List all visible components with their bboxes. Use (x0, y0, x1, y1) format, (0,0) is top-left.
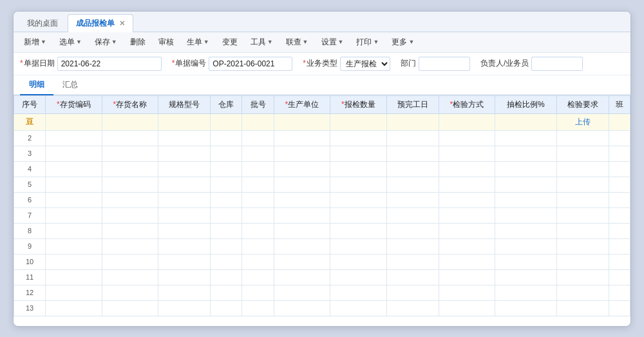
table-row: 11 (14, 269, 630, 285)
col-sample-ratio: 抽检比例% (495, 95, 556, 113)
btn-print[interactable]: 打印 ▼ (351, 35, 384, 50)
chevron-down-icon: ▼ (41, 39, 46, 45)
btn-new[interactable]: 新增 ▼ (19, 35, 52, 50)
sub-tab-bar: 明细 汇总 (14, 75, 630, 95)
chevron-down-icon: ▼ (267, 39, 273, 45)
select-type[interactable]: 生产报检 (340, 57, 390, 71)
col-name: *存货名称 (102, 95, 158, 113)
btn-settings[interactable]: 设置 ▼ (316, 35, 349, 50)
table-row: 10 (14, 254, 630, 269)
toolbar: 新增 ▼ 选单 ▼ 保存 ▼ 删除 审核 生单 ▼ 变更 工具 ▼ 联查 (14, 32, 630, 53)
field-responsible: 负责人/业务员 (480, 57, 583, 71)
table-row: 6 (14, 192, 630, 207)
chevron-down-icon: ▼ (111, 39, 117, 45)
btn-select[interactable]: 选单 ▼ (54, 35, 87, 50)
btn-more[interactable]: 更多 ▼ (386, 35, 419, 50)
field-no: *单据编号 (172, 57, 293, 71)
col-seq: 序号 (14, 95, 46, 113)
form-row: *单据日期 *单据编号 *业务类型 生产报检 部门 负责人/业务员 (14, 53, 630, 75)
table-row: 8 (14, 223, 630, 238)
chevron-down-icon: ▼ (204, 39, 209, 45)
tab-my-desk[interactable]: 我的桌面 (19, 14, 66, 32)
chevron-down-icon: ▼ (408, 39, 414, 45)
chevron-down-icon: ▼ (76, 39, 82, 45)
table-row: 2 (14, 130, 630, 146)
btn-tools[interactable]: 工具 ▼ (245, 35, 278, 50)
col-warehouse: 仓库 (211, 95, 242, 113)
table-row: 7 (14, 207, 630, 223)
btn-query[interactable]: 联查 ▼ (281, 35, 314, 50)
chevron-down-icon: ▼ (338, 39, 344, 45)
col-code: *存货编码 (46, 95, 102, 113)
main-window: 我的桌面 成品报检单 ✕ 新增 ▼ 选单 ▼ 保存 ▼ 删除 审核 生单 ▼ (13, 11, 631, 327)
field-dept: 部门 (401, 57, 470, 71)
main-table: 序号 *存货编码 *存货名称 规格型号 仓库 批号 *生产单位 *报检数量 预完… (14, 95, 630, 316)
input-dept[interactable] (419, 57, 470, 71)
table-container: 序号 *存货编码 *存货名称 规格型号 仓库 批号 *生产单位 *报检数量 预完… (14, 95, 630, 326)
col-inspection-req: 检验要求 (556, 95, 609, 113)
table-row: 12 (14, 285, 630, 300)
table-row: 5 (14, 177, 630, 192)
input-responsible[interactable] (531, 57, 583, 71)
table-row: 豆 上传 (14, 113, 630, 130)
table-row: 13 (14, 300, 630, 316)
table-row: 9 (14, 238, 630, 254)
field-date: *单据日期 (20, 57, 162, 71)
btn-delete[interactable]: 删除 (125, 35, 151, 50)
col-class: 班 (609, 95, 630, 113)
sub-tab-detail[interactable]: 明细 (20, 75, 53, 95)
col-completion-date: 预完工日 (386, 95, 439, 113)
tab-close-icon[interactable]: ✕ (119, 19, 125, 27)
col-batch: 批号 (242, 95, 274, 113)
table-row: 4 (14, 161, 630, 177)
tab-active[interactable]: 成品报检单 ✕ (68, 14, 133, 32)
btn-generate[interactable]: 生单 ▼ (182, 35, 214, 50)
table-row: 3 (14, 146, 630, 161)
col-production-unit: *生产单位 (274, 95, 330, 113)
col-inspection-method: *检验方式 (439, 95, 495, 113)
col-inspection-qty: *报检数量 (330, 95, 386, 113)
col-spec: 规格型号 (158, 95, 211, 113)
sub-tab-summary[interactable]: 汇总 (53, 75, 87, 95)
btn-audit[interactable]: 审核 (153, 35, 179, 50)
input-no[interactable] (209, 57, 292, 71)
input-date[interactable] (57, 57, 162, 71)
upload-link[interactable]: 上传 (575, 117, 591, 126)
btn-save[interactable]: 保存 ▼ (90, 35, 122, 50)
tab-bar: 我的桌面 成品报检单 ✕ (14, 12, 630, 32)
chevron-down-icon: ▼ (373, 39, 379, 45)
chevron-down-icon: ▼ (303, 39, 308, 45)
field-type: *业务类型 生产报检 (303, 57, 390, 71)
btn-change[interactable]: 变更 (217, 35, 243, 50)
